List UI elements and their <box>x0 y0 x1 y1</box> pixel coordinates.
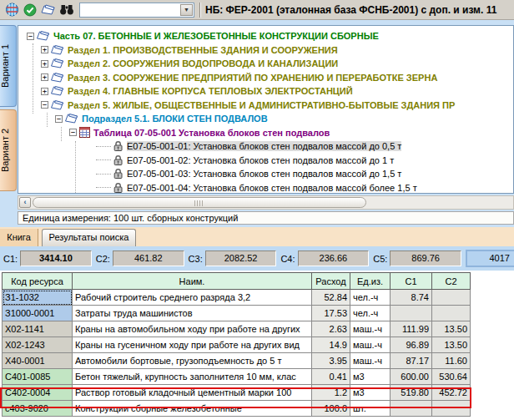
resource-row[interactable]: З1000-0001Затраты труда машинистов17.53ч… <box>3 306 471 321</box>
cell-c2: 11.60 <box>432 353 471 369</box>
check-icon <box>23 3 37 17</box>
expand-toggle-icon[interactable]: + <box>41 88 48 95</box>
tree-item[interactable]: Е07-05-001-01: Установка блоков стен под… <box>18 139 513 154</box>
cell-code: З1000-0001 <box>3 306 73 321</box>
variant-tab-2[interactable]: Вариант 2 <box>0 109 17 191</box>
total-field-value: 869.76 <box>390 250 461 266</box>
search-combobox[interactable]: ▼ <box>79 3 194 18</box>
cell-name: Краны на гусеничном ходу при работе на д… <box>73 337 312 353</box>
chevron-down-icon[interactable]: ▼ <box>180 4 193 16</box>
cell-c1: 600.00 <box>391 369 432 385</box>
app-window: ▼ НБ: ФЕР-2001 (эталонная база ФСНБ-2001… <box>0 0 514 420</box>
expand-toggle-icon[interactable]: + <box>41 46 48 53</box>
tree-item-label: Раздел 1. ПРОИЗВОДСТВЕННЫЕ ЗДАНИЯ И СООР… <box>68 45 338 55</box>
column-header: С1 <box>391 273 432 290</box>
cell-c2 <box>432 401 471 417</box>
database-button[interactable] <box>3 2 21 18</box>
table-icon <box>79 127 90 138</box>
cell-unit: м3 <box>350 369 391 385</box>
toolbar: ▼ НБ: ФЕР-2001 (эталонная база ФСНБ-2001… <box>0 0 514 20</box>
tree-item[interactable]: Е07-05-001-04: Установка блоков стен под… <box>18 181 513 195</box>
collapse-toggle-icon[interactable]: − <box>41 101 48 109</box>
tree-item-label: Раздел 3. СООРУЖЕНИЕ ПРЕДПРИЯТИЙ ПО ХРАН… <box>68 73 437 83</box>
resource-row[interactable]: Х02-1141Краны на автомобильном ходу при … <box>3 321 471 337</box>
tree-connector <box>96 174 111 175</box>
variant-tab-1[interactable]: Вариант 1 <box>0 25 17 107</box>
expand-toggle-icon[interactable]: + <box>41 73 48 81</box>
tab-book[interactable]: Книга <box>0 229 38 246</box>
cell-code: Х02-1243 <box>3 337 73 353</box>
cell-c2: 13.50 <box>432 337 471 353</box>
tree-horizontal-scrollbar[interactable]: ‹ <box>18 195 514 210</box>
tree-item[interactable]: +Раздел 4. ГЛАВНЫЕ КОРПУСА ТЕПЛОВЫХ ЭЛЕК… <box>18 84 513 99</box>
total-field: C5:869.76 <box>373 250 461 266</box>
cell-qty: 14.9 <box>312 337 350 353</box>
resource-row[interactable]: Х02-1243Краны на гусеничном ходу при раб… <box>3 337 471 353</box>
cell-unit: маш.-ч <box>350 353 391 369</box>
book-icon <box>51 73 64 83</box>
total-field-value: 2082.52 <box>205 250 277 266</box>
resource-row[interactable]: С401-0085Бетон тяжелый, крупность заполн… <box>3 369 471 385</box>
main-panel: Вариант 1 Вариант 2 −Часть 07. БЕТОННЫЕ … <box>0 20 514 227</box>
column-header: Расход <box>312 273 350 290</box>
total-field-label: C1: <box>3 254 18 264</box>
tree-item[interactable]: −Часть 07. БЕТОННЫЕ И ЖЕЛЕЗОБЕТОННЫЕ КОН… <box>18 29 513 43</box>
tree-guide-line <box>33 43 33 114</box>
scroll-left-arrow-icon[interactable]: ‹ <box>19 197 31 208</box>
cell-code: с403-9020 <box>3 401 73 417</box>
tree-connector <box>96 146 111 147</box>
column-header: Ед.из. <box>350 273 391 290</box>
total-field-value: 461.82 <box>113 250 184 266</box>
cell-name: Бетон тяжелый, крупность заполнителя 10 … <box>73 369 312 385</box>
tab-search-results[interactable]: Результаты поиска <box>42 229 136 246</box>
tree-item[interactable]: +Раздел 1. ПРОИЗВОДСТВЕННЫЕ ЗДАНИЯ И СОО… <box>18 43 513 58</box>
resource-row[interactable]: Х40-0001Автомобили бортовые, грузоподъем… <box>3 353 471 369</box>
totals-row: C1:3414.10C2:461.82C3:2082.52C4:236.66C5… <box>0 246 514 271</box>
tree-item-label: Раздел 4. ГЛАВНЫЕ КОРПУСА ТЕПЛОВЫХ ЭЛЕКТ… <box>68 86 353 96</box>
cell-unit: шт. <box>350 401 391 417</box>
cell-c1: 111.99 <box>391 321 432 337</box>
book-icon <box>51 100 64 110</box>
cell-c2 <box>432 306 471 321</box>
check-button[interactable] <box>21 2 39 18</box>
collapse-toggle-icon[interactable]: − <box>55 115 63 123</box>
toolbar-separator <box>199 3 201 18</box>
resource-row-highlighted[interactable]: С402-0004Раствор готовый кладочный цемен… <box>3 385 471 401</box>
unit-of-measure-bar: Единица измерения: 100 шт. сборных конст… <box>18 211 514 225</box>
total-field-value: 236.66 <box>298 250 370 266</box>
tree-item[interactable]: +Раздел 2. СООРУЖЕНИЯ ВОДОПРОВОДА И КАНА… <box>18 57 513 71</box>
tree-connector <box>96 159 111 160</box>
tree-item[interactable]: −Раздел 5. ЖИЛЫЕ, ОБЩЕСТВЕННЫЕ И АДМИНИС… <box>18 99 513 113</box>
total-field-label: C5: <box>373 254 387 264</box>
book-icon <box>41 4 56 16</box>
cell-c2: 13.50 <box>432 321 471 337</box>
column-header: С2 <box>432 273 471 290</box>
cell-c1 <box>391 306 432 321</box>
resource-table-header: Код ресурсаНаим.РасходЕд.из.С1С2 <box>3 273 471 290</box>
cell-name: Краны на автомобильном ходу при работе н… <box>73 321 312 337</box>
cell-qty: 1.2 <box>312 385 350 401</box>
book-button[interactable] <box>39 2 58 18</box>
find-button[interactable] <box>58 2 76 18</box>
collapse-toggle-icon[interactable]: − <box>27 33 34 40</box>
tree-item[interactable]: −Подраздел 5.1. БЛОКИ СТЕН ПОДВАЛОВ <box>18 112 513 126</box>
binoculars-icon <box>59 3 74 16</box>
scrollbar-thumb[interactable] <box>33 197 366 208</box>
tree-item-label: Таблица 07-05-001 Установка блоков стен … <box>93 128 330 138</box>
tree-item-label: Е07-05-001-01: Установка блоков стен под… <box>127 141 401 151</box>
expand-toggle-icon[interactable]: + <box>41 60 48 68</box>
lock-icon <box>113 182 123 194</box>
collapse-toggle-icon[interactable]: − <box>69 129 77 136</box>
tree-item[interactable]: Е07-05-001-02: Установка блоков стен под… <box>18 154 513 168</box>
total-field: C3:2082.52 <box>189 250 277 266</box>
cell-code: З1-1032 <box>3 290 73 306</box>
tree-item[interactable]: Е07-05-001-03: Установка блоков стен под… <box>18 167 513 181</box>
resource-row[interactable]: З1-1032Рабочий строитель среднего разряд… <box>3 290 471 306</box>
cell-qty: 17.53 <box>312 306 350 321</box>
tree-item[interactable]: −Таблица 07-05-001 Установка блоков стен… <box>18 126 513 140</box>
resource-row[interactable]: с403-9020Конструкции сборные железобетон… <box>3 401 471 417</box>
tree-item[interactable]: +Раздел 3. СООРУЖЕНИЕ ПРЕДПРИЯТИЙ ПО ХРА… <box>18 71 513 85</box>
cell-name: Конструкции сборные железобетонные <box>73 401 312 417</box>
cell-code: С402-0004 <box>3 385 73 401</box>
column-header: Наим. <box>73 273 312 290</box>
